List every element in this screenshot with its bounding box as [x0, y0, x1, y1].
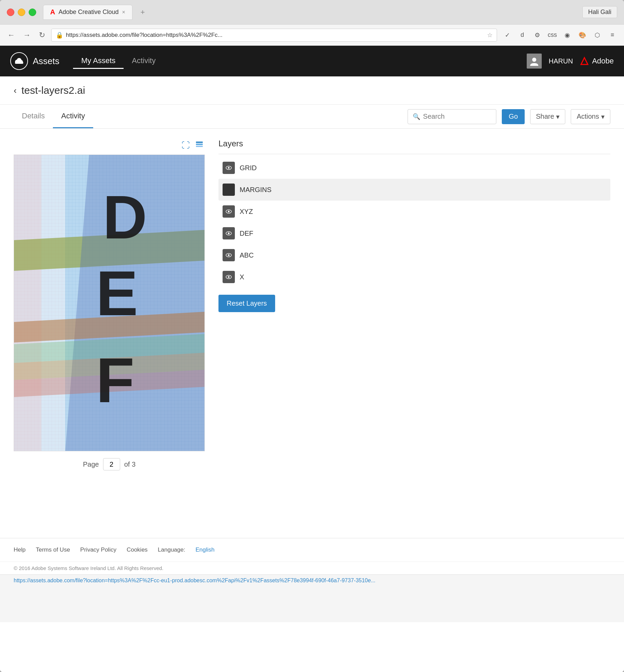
maximize-button[interactable] [29, 9, 36, 16]
layer-eye-icon-x[interactable] [223, 271, 235, 283]
extension-css[interactable]: css [546, 29, 558, 41]
browser-titlebar: A Adobe Creative Cloud × + Hali Gali [0, 0, 624, 25]
tab-title: Adobe Creative Cloud [58, 9, 118, 16]
preview-toolbar: ⛶ [14, 139, 205, 152]
expand-icon[interactable]: ⛶ [180, 139, 191, 152]
search-input[interactable] [423, 113, 491, 120]
new-tab-button[interactable]: + [136, 5, 150, 19]
user-name-label: HARUN [549, 57, 573, 65]
layer-eye-icon-xyz[interactable] [223, 205, 235, 218]
user-menu-button[interactable]: Hali Gali [582, 6, 617, 18]
svg-point-30 [228, 233, 230, 234]
app-logo-text: Assets [33, 56, 59, 67]
svg-text:F: F [96, 345, 134, 415]
breadcrumb-bar: ‹ test-layers2.ai [0, 76, 624, 105]
layer-item-margins[interactable]: MARGINS [218, 179, 610, 201]
extension-gear[interactable]: ⚙ [531, 29, 543, 41]
layer-name-xyz: XYZ [240, 208, 253, 216]
svg-rect-26 [226, 188, 231, 191]
svg-rect-6 [196, 144, 203, 145]
layer-name-margins: MARGINS [240, 186, 271, 194]
nav-activity[interactable]: Activity [124, 54, 164, 69]
eye-icon [226, 231, 232, 235]
layer-eye-icon-def[interactable] [223, 227, 235, 239]
copyright: © 2016 Adobe Systems Software Ireland Lt… [0, 561, 624, 574]
browser-navbar: ← → ↻ 🔒 https://assets.adobe.com/file?lo… [0, 25, 624, 46]
refresh-button[interactable]: ↻ [37, 29, 47, 42]
layer-eye-icon-grid[interactable] [223, 162, 235, 174]
tab-details[interactable]: Details [14, 105, 53, 128]
page-title: test-layers2.ai [22, 85, 85, 96]
bookmark-icon[interactable]: ☆ [487, 31, 493, 39]
share-chevron-icon: ▾ [556, 113, 559, 121]
image-preview: D E F [14, 155, 205, 451]
tab-activity[interactable]: Activity [53, 105, 93, 128]
lang-value[interactable]: English [196, 546, 215, 553]
layer-name-x: X [240, 273, 244, 281]
layers-title: Layers [218, 139, 610, 154]
browser-window: A Adobe Creative Cloud × + Hali Gali ← →… [0, 0, 624, 672]
extension-circle[interactable]: ◉ [561, 29, 573, 41]
footer-terms[interactable]: Terms of Use [36, 546, 70, 553]
avatar-icon [529, 56, 539, 66]
forward-button[interactable]: → [21, 29, 33, 42]
traffic-lights [7, 9, 36, 16]
close-button[interactable] [7, 9, 14, 16]
layer-eye-icon-margins[interactable] [223, 184, 235, 196]
svg-point-4 [532, 58, 536, 62]
artwork-svg: D E F [14, 155, 205, 451]
svg-rect-3 [15, 62, 23, 64]
url-text: https://assets.adobe.com/file?location=h… [66, 32, 484, 39]
actions-label: Actions [577, 113, 599, 120]
extension-d[interactable]: d [516, 29, 528, 41]
svg-point-25 [228, 167, 230, 169]
footer-privacy[interactable]: Privacy Policy [80, 546, 116, 553]
share-button[interactable]: Share ▾ [530, 109, 565, 124]
extension-check[interactable]: ✓ [501, 29, 513, 41]
footer-help[interactable]: Help [14, 546, 26, 553]
layer-item-xyz[interactable]: XYZ [218, 201, 610, 222]
layer-item-grid[interactable]: GRID [218, 157, 610, 179]
layer-item-abc[interactable]: ABC [218, 244, 610, 266]
nav-my-assets[interactable]: My Assets [73, 54, 124, 69]
sub-tabs-bar: Details Activity 🔍 Go Share ▾ Actions ▾ [0, 105, 624, 129]
go-button[interactable]: Go [502, 109, 525, 124]
actions-chevron-icon: ▾ [601, 113, 605, 121]
svg-point-28 [228, 211, 230, 213]
svg-rect-12 [14, 155, 41, 451]
layer-name-abc: ABC [240, 251, 254, 259]
status-bar: https://assets.adobe.com/file?location=h… [0, 574, 624, 586]
app-header: Assets My Assets Activity HARUN [0, 46, 624, 76]
reset-layers-button[interactable]: Reset Layers [218, 295, 275, 312]
adobe-brand-text: Adobe [592, 57, 614, 65]
layer-eye-icon-abc[interactable] [223, 249, 235, 261]
back-icon[interactable]: ‹ [14, 85, 17, 96]
footer-cookies[interactable]: Cookies [127, 546, 147, 553]
extension-pocket[interactable]: ⬡ [591, 29, 604, 41]
layers-toggle-icon[interactable] [194, 139, 205, 152]
eye-icon [226, 209, 232, 214]
layer-item-def[interactable]: DEF [218, 222, 610, 244]
eye-icon [226, 188, 232, 192]
page-number-input[interactable] [103, 458, 120, 470]
address-bar[interactable]: 🔒 https://assets.adobe.com/file?location… [51, 29, 497, 42]
layers-panel: Layers GRID [218, 139, 610, 528]
app-nav: My Assets Activity [73, 54, 527, 69]
adobe-tab-icon: A [50, 8, 55, 16]
header-right: HARUN Adobe [527, 54, 614, 69]
main-area: ⛶ [0, 129, 624, 538]
extension-menu[interactable]: ≡ [606, 29, 619, 41]
svg-rect-7 [196, 146, 203, 147]
layer-item-x[interactable]: X [218, 266, 610, 288]
app-container: Assets My Assets Activity HARUN [0, 46, 624, 672]
extension-color[interactable]: 🎨 [576, 29, 588, 41]
actions-button[interactable]: Actions ▾ [571, 109, 610, 124]
page-navigation: Page of 3 [14, 451, 205, 477]
minimize-button[interactable] [18, 9, 25, 16]
tab-close-icon[interactable]: × [122, 9, 125, 15]
of-label: of 3 [124, 461, 136, 468]
search-box[interactable]: 🔍 [408, 109, 496, 124]
active-tab[interactable]: A Adobe Creative Cloud × [43, 5, 132, 20]
back-button[interactable]: ← [5, 29, 17, 42]
svg-point-32 [228, 254, 230, 256]
